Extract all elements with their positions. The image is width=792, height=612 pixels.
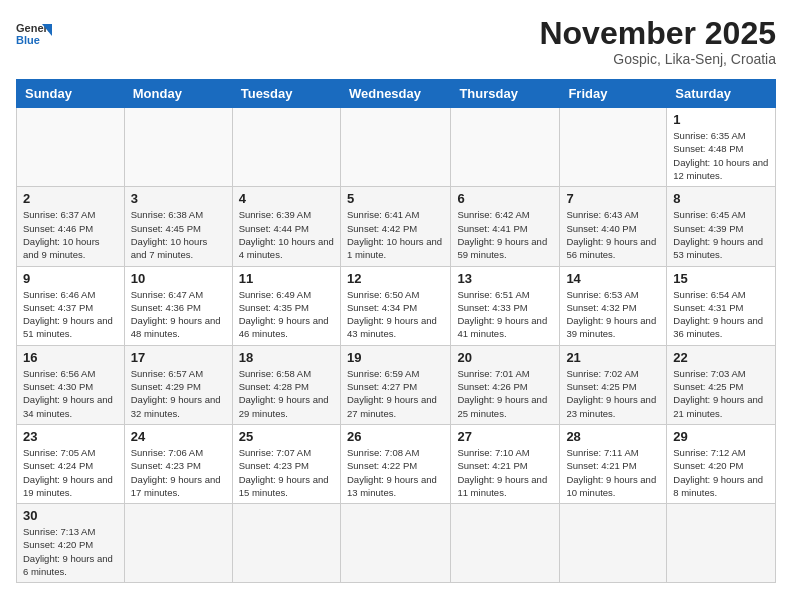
day-number: 8 bbox=[673, 191, 769, 206]
weekday-header-thursday: Thursday bbox=[451, 80, 560, 108]
day-info: Sunrise: 6:49 AM Sunset: 4:35 PM Dayligh… bbox=[239, 288, 334, 341]
day-number: 23 bbox=[23, 429, 118, 444]
day-info: Sunrise: 6:43 AM Sunset: 4:40 PM Dayligh… bbox=[566, 208, 660, 261]
day-number: 3 bbox=[131, 191, 226, 206]
day-number: 20 bbox=[457, 350, 553, 365]
day-info: Sunrise: 7:10 AM Sunset: 4:21 PM Dayligh… bbox=[457, 446, 553, 499]
day-info: Sunrise: 6:56 AM Sunset: 4:30 PM Dayligh… bbox=[23, 367, 118, 420]
calendar-cell: 16Sunrise: 6:56 AM Sunset: 4:30 PM Dayli… bbox=[17, 345, 125, 424]
calendar-week-row: 1Sunrise: 6:35 AM Sunset: 4:48 PM Daylig… bbox=[17, 108, 776, 187]
day-number: 13 bbox=[457, 271, 553, 286]
calendar-cell: 12Sunrise: 6:50 AM Sunset: 4:34 PM Dayli… bbox=[340, 266, 450, 345]
calendar-cell: 19Sunrise: 6:59 AM Sunset: 4:27 PM Dayli… bbox=[340, 345, 450, 424]
day-info: Sunrise: 6:54 AM Sunset: 4:31 PM Dayligh… bbox=[673, 288, 769, 341]
calendar-cell: 7Sunrise: 6:43 AM Sunset: 4:40 PM Daylig… bbox=[560, 187, 667, 266]
day-info: Sunrise: 6:57 AM Sunset: 4:29 PM Dayligh… bbox=[131, 367, 226, 420]
logo: General Blue bbox=[16, 16, 52, 52]
day-number: 21 bbox=[566, 350, 660, 365]
day-info: Sunrise: 7:13 AM Sunset: 4:20 PM Dayligh… bbox=[23, 525, 118, 578]
calendar-cell: 26Sunrise: 7:08 AM Sunset: 4:22 PM Dayli… bbox=[340, 424, 450, 503]
day-number: 11 bbox=[239, 271, 334, 286]
calendar-cell: 4Sunrise: 6:39 AM Sunset: 4:44 PM Daylig… bbox=[232, 187, 340, 266]
calendar-cell bbox=[124, 108, 232, 187]
day-info: Sunrise: 6:35 AM Sunset: 4:48 PM Dayligh… bbox=[673, 129, 769, 182]
calendar-cell bbox=[232, 504, 340, 583]
day-number: 25 bbox=[239, 429, 334, 444]
day-number: 22 bbox=[673, 350, 769, 365]
day-info: Sunrise: 7:12 AM Sunset: 4:20 PM Dayligh… bbox=[673, 446, 769, 499]
day-number: 24 bbox=[131, 429, 226, 444]
calendar-cell: 9Sunrise: 6:46 AM Sunset: 4:37 PM Daylig… bbox=[17, 266, 125, 345]
day-number: 29 bbox=[673, 429, 769, 444]
calendar-week-row: 2Sunrise: 6:37 AM Sunset: 4:46 PM Daylig… bbox=[17, 187, 776, 266]
calendar-cell bbox=[560, 108, 667, 187]
day-number: 9 bbox=[23, 271, 118, 286]
calendar-cell: 17Sunrise: 6:57 AM Sunset: 4:29 PM Dayli… bbox=[124, 345, 232, 424]
day-info: Sunrise: 7:01 AM Sunset: 4:26 PM Dayligh… bbox=[457, 367, 553, 420]
title-block: November 2025 Gospic, Lika-Senj, Croatia bbox=[539, 16, 776, 67]
calendar-cell bbox=[451, 108, 560, 187]
day-info: Sunrise: 6:53 AM Sunset: 4:32 PM Dayligh… bbox=[566, 288, 660, 341]
calendar-cell: 25Sunrise: 7:07 AM Sunset: 4:23 PM Dayli… bbox=[232, 424, 340, 503]
day-number: 26 bbox=[347, 429, 444, 444]
day-info: Sunrise: 7:06 AM Sunset: 4:23 PM Dayligh… bbox=[131, 446, 226, 499]
day-info: Sunrise: 6:42 AM Sunset: 4:41 PM Dayligh… bbox=[457, 208, 553, 261]
day-number: 4 bbox=[239, 191, 334, 206]
calendar-cell: 14Sunrise: 6:53 AM Sunset: 4:32 PM Dayli… bbox=[560, 266, 667, 345]
calendar-cell bbox=[560, 504, 667, 583]
calendar-cell: 29Sunrise: 7:12 AM Sunset: 4:20 PM Dayli… bbox=[667, 424, 776, 503]
day-number: 6 bbox=[457, 191, 553, 206]
calendar-cell: 10Sunrise: 6:47 AM Sunset: 4:36 PM Dayli… bbox=[124, 266, 232, 345]
calendar-cell: 18Sunrise: 6:58 AM Sunset: 4:28 PM Dayli… bbox=[232, 345, 340, 424]
day-info: Sunrise: 6:51 AM Sunset: 4:33 PM Dayligh… bbox=[457, 288, 553, 341]
day-info: Sunrise: 6:39 AM Sunset: 4:44 PM Dayligh… bbox=[239, 208, 334, 261]
calendar-cell: 5Sunrise: 6:41 AM Sunset: 4:42 PM Daylig… bbox=[340, 187, 450, 266]
day-info: Sunrise: 6:58 AM Sunset: 4:28 PM Dayligh… bbox=[239, 367, 334, 420]
day-info: Sunrise: 7:05 AM Sunset: 4:24 PM Dayligh… bbox=[23, 446, 118, 499]
day-number: 27 bbox=[457, 429, 553, 444]
day-info: Sunrise: 6:38 AM Sunset: 4:45 PM Dayligh… bbox=[131, 208, 226, 261]
day-info: Sunrise: 7:11 AM Sunset: 4:21 PM Dayligh… bbox=[566, 446, 660, 499]
calendar-cell: 21Sunrise: 7:02 AM Sunset: 4:25 PM Dayli… bbox=[560, 345, 667, 424]
calendar-cell: 28Sunrise: 7:11 AM Sunset: 4:21 PM Dayli… bbox=[560, 424, 667, 503]
day-number: 12 bbox=[347, 271, 444, 286]
calendar-cell: 3Sunrise: 6:38 AM Sunset: 4:45 PM Daylig… bbox=[124, 187, 232, 266]
calendar-cell bbox=[340, 504, 450, 583]
calendar-table: SundayMondayTuesdayWednesdayThursdayFrid… bbox=[16, 79, 776, 583]
day-number: 7 bbox=[566, 191, 660, 206]
calendar-cell: 23Sunrise: 7:05 AM Sunset: 4:24 PM Dayli… bbox=[17, 424, 125, 503]
calendar-week-row: 16Sunrise: 6:56 AM Sunset: 4:30 PM Dayli… bbox=[17, 345, 776, 424]
day-number: 30 bbox=[23, 508, 118, 523]
weekday-header-friday: Friday bbox=[560, 80, 667, 108]
day-info: Sunrise: 7:08 AM Sunset: 4:22 PM Dayligh… bbox=[347, 446, 444, 499]
calendar-cell bbox=[451, 504, 560, 583]
weekday-header-monday: Monday bbox=[124, 80, 232, 108]
day-info: Sunrise: 6:45 AM Sunset: 4:39 PM Dayligh… bbox=[673, 208, 769, 261]
calendar-week-row: 30Sunrise: 7:13 AM Sunset: 4:20 PM Dayli… bbox=[17, 504, 776, 583]
day-number: 17 bbox=[131, 350, 226, 365]
calendar-cell: 20Sunrise: 7:01 AM Sunset: 4:26 PM Dayli… bbox=[451, 345, 560, 424]
day-info: Sunrise: 6:41 AM Sunset: 4:42 PM Dayligh… bbox=[347, 208, 444, 261]
weekday-header-saturday: Saturday bbox=[667, 80, 776, 108]
weekday-header-wednesday: Wednesday bbox=[340, 80, 450, 108]
day-number: 1 bbox=[673, 112, 769, 127]
calendar-cell: 24Sunrise: 7:06 AM Sunset: 4:23 PM Dayli… bbox=[124, 424, 232, 503]
svg-text:Blue: Blue bbox=[16, 34, 40, 46]
day-info: Sunrise: 7:03 AM Sunset: 4:25 PM Dayligh… bbox=[673, 367, 769, 420]
day-info: Sunrise: 6:50 AM Sunset: 4:34 PM Dayligh… bbox=[347, 288, 444, 341]
day-info: Sunrise: 7:07 AM Sunset: 4:23 PM Dayligh… bbox=[239, 446, 334, 499]
weekday-header-tuesday: Tuesday bbox=[232, 80, 340, 108]
calendar-cell: 11Sunrise: 6:49 AM Sunset: 4:35 PM Dayli… bbox=[232, 266, 340, 345]
day-info: Sunrise: 6:37 AM Sunset: 4:46 PM Dayligh… bbox=[23, 208, 118, 261]
calendar-cell bbox=[17, 108, 125, 187]
calendar-week-row: 9Sunrise: 6:46 AM Sunset: 4:37 PM Daylig… bbox=[17, 266, 776, 345]
calendar-cell: 27Sunrise: 7:10 AM Sunset: 4:21 PM Dayli… bbox=[451, 424, 560, 503]
day-number: 28 bbox=[566, 429, 660, 444]
day-info: Sunrise: 6:46 AM Sunset: 4:37 PM Dayligh… bbox=[23, 288, 118, 341]
calendar-cell bbox=[340, 108, 450, 187]
day-info: Sunrise: 6:59 AM Sunset: 4:27 PM Dayligh… bbox=[347, 367, 444, 420]
page-header: General Blue November 2025 Gospic, Lika-… bbox=[16, 16, 776, 67]
calendar-cell bbox=[232, 108, 340, 187]
calendar-cell bbox=[124, 504, 232, 583]
calendar-cell: 2Sunrise: 6:37 AM Sunset: 4:46 PM Daylig… bbox=[17, 187, 125, 266]
